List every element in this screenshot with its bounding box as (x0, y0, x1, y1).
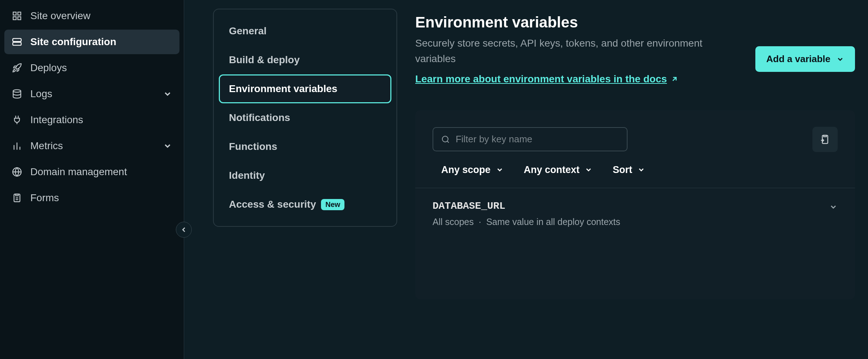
secnav-item-label: Functions (229, 141, 277, 152)
rocket-icon (12, 62, 22, 73)
sidebar-item-label: Site configuration (30, 36, 172, 48)
secondary-nav: General Build & deploy Environment varia… (213, 9, 397, 227)
variable-context: Same value in all deploy contexts (486, 217, 620, 227)
secnav-item-identity[interactable]: Identity (219, 161, 391, 190)
import-button[interactable] (812, 127, 838, 152)
filter-search-box[interactable] (433, 127, 628, 151)
variable-row[interactable]: DATABASE_URL All scopes · Same value in … (415, 188, 855, 299)
variables-list: DATABASE_URL All scopes · Same value in … (415, 188, 855, 299)
svg-line-19 (447, 141, 449, 142)
secnav-item-label: Access & security (229, 199, 316, 210)
sidebar-item-label: Site overview (30, 10, 172, 22)
learn-more-link[interactable]: Learn more about environment variables i… (415, 73, 678, 85)
sidebar-item-label: Logs (30, 88, 155, 100)
secnav-item-label: Notifications (229, 112, 290, 124)
sort-filter-label: Sort (613, 164, 632, 176)
learn-more-link-text: Learn more about environment variables i… (415, 73, 667, 85)
sidebar-item-label: Integrations (30, 114, 172, 126)
svg-rect-3 (13, 17, 16, 20)
secnav-item-build-deploy[interactable]: Build & deploy (219, 46, 391, 74)
add-variable-button-label: Add a variable (766, 53, 830, 65)
sidebar-item-label: Deploys (30, 62, 172, 74)
variable-meta: All scopes · Same value in all deploy co… (433, 217, 838, 227)
secnav-item-access-security[interactable]: Access & security New (219, 190, 391, 219)
chevron-down-icon (163, 141, 172, 151)
context-filter[interactable]: Any context (524, 164, 593, 176)
chevron-down-icon (836, 55, 844, 63)
sidebar-item-logs[interactable]: Logs (4, 82, 179, 106)
sort-filter[interactable]: Sort (613, 164, 645, 176)
secnav-item-environment-variables[interactable]: Environment variables (219, 74, 391, 103)
secnav-item-label: Environment variables (229, 83, 337, 95)
main-panel: Environment variables Securely store sec… (415, 9, 855, 350)
secnav-item-general[interactable]: General (219, 17, 391, 46)
page-description: Securely store secrets, API keys, tokens… (415, 35, 741, 67)
external-link-icon (670, 75, 678, 83)
chevron-down-icon (637, 166, 645, 174)
secnav-item-functions[interactable]: Functions (219, 132, 391, 161)
variables-card: Any scope Any context Sort DATABASE_URL … (415, 110, 855, 299)
page-header-text: Environment variables Securely store sec… (415, 14, 741, 85)
database-icon (12, 88, 22, 99)
svg-rect-4 (13, 39, 21, 42)
search-icon (441, 135, 450, 144)
page-header: Environment variables Securely store sec… (415, 14, 855, 85)
secnav-item-label: Build & deploy (229, 54, 300, 66)
sidebar-item-forms[interactable]: Forms (4, 186, 179, 210)
sidebar-item-domain-management[interactable]: Domain management (4, 160, 179, 184)
secnav-item-notifications[interactable]: Notifications (219, 103, 391, 132)
sidebar-item-label: Forms (30, 192, 172, 204)
svg-point-18 (442, 136, 448, 142)
secnav-item-label: Identity (229, 170, 265, 181)
new-badge: New (321, 199, 344, 210)
plug-icon (12, 114, 22, 125)
chevron-down-icon (496, 166, 504, 174)
svg-rect-5 (13, 42, 21, 45)
grid-icon (12, 10, 22, 21)
primary-sidebar: Site overview Site configuration Deploys… (0, 0, 184, 359)
scope-filter[interactable]: Any scope (441, 164, 504, 176)
sidebar-item-metrics[interactable]: Metrics (4, 134, 179, 158)
sidebar-item-site-overview[interactable]: Site overview (4, 4, 179, 28)
chevron-down-icon (585, 166, 593, 174)
clipboard-import-icon (820, 134, 830, 145)
svg-rect-1 (18, 12, 21, 15)
clipboard-icon (12, 193, 22, 203)
sidebar-item-label: Domain management (30, 166, 172, 178)
globe-icon (12, 166, 22, 177)
svg-point-8 (13, 90, 21, 92)
sidebar-item-integrations[interactable]: Integrations (4, 108, 179, 132)
sidebar-item-label: Metrics (30, 140, 155, 152)
filter-row: Any scope Any context Sort (415, 152, 855, 188)
content-area: General Build & deploy Environment varia… (184, 0, 868, 359)
secnav-item-label: General (229, 25, 266, 37)
svg-rect-0 (13, 12, 16, 15)
context-filter-label: Any context (524, 164, 580, 176)
add-variable-button[interactable]: Add a variable (755, 46, 855, 72)
page-title: Environment variables (415, 14, 741, 31)
server-icon (12, 36, 22, 47)
filter-input[interactable] (456, 134, 619, 145)
svg-rect-2 (18, 17, 21, 20)
expand-variable-icon[interactable] (829, 203, 838, 211)
collapse-sidebar-button[interactable] (176, 222, 192, 238)
bar-chart-icon (12, 140, 22, 151)
scope-filter-label: Any scope (441, 164, 491, 176)
sidebar-item-site-configuration[interactable]: Site configuration (4, 30, 179, 54)
variable-scope: All scopes (433, 217, 474, 227)
variable-key: DATABASE_URL (433, 200, 838, 212)
card-toolbar (415, 110, 855, 152)
sidebar-item-deploys[interactable]: Deploys (4, 56, 179, 80)
chevron-down-icon (163, 89, 172, 99)
